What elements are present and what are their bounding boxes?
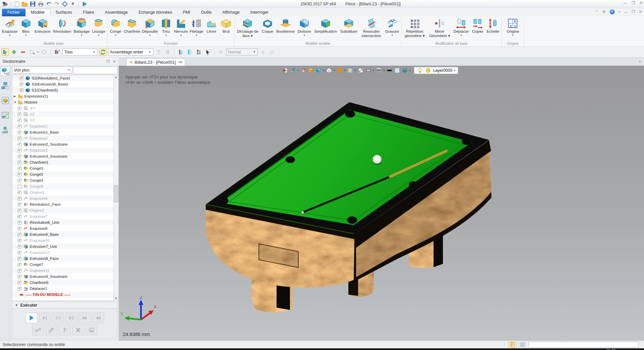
tree-item-feature[interactable]: ✓Esquisse2 xyxy=(12,135,117,141)
tree-item-feature[interactable]: ✓Origine1 xyxy=(12,189,117,195)
checkbox-checked[interactable]: ✓ xyxy=(20,76,23,80)
ribbon-button-origine[interactable]: 312Origine▾ xyxy=(505,17,520,37)
tab-list-chevron-icon[interactable]: ▾ xyxy=(639,60,641,63)
checkbox-checked[interactable]: ✓ xyxy=(20,82,23,86)
tree-item-feature[interactable]: ✓Révolution6_Unir xyxy=(12,219,117,225)
ribbon-button-filetage[interactable]: Filetage▾ xyxy=(189,17,204,37)
play-button[interactable] xyxy=(25,313,37,323)
checkbox-checked[interactable]: ✓ xyxy=(18,161,21,164)
shaded-cube-icon[interactable] xyxy=(315,67,322,74)
tree-item-feature[interactable]: ✓Esquisse3 xyxy=(12,147,117,153)
tree-item-shape[interactable]: ✓S3(Extrusion6_Base) xyxy=(12,81,117,87)
menu-surfaces[interactable]: Surfaces xyxy=(50,9,77,16)
frame-view-icon[interactable] xyxy=(347,67,353,74)
dropdown-caret-icon[interactable]: ▾ xyxy=(410,69,411,72)
manager-close-icon[interactable]: ✕ xyxy=(113,59,116,64)
dropdown-caret-icon[interactable]: ▾ xyxy=(323,69,325,72)
ribbon-button-gravure[interactable]: Gravure▾ xyxy=(384,17,400,37)
edit-pencil-button[interactable] xyxy=(45,325,57,335)
open-file-icon[interactable] xyxy=(22,1,28,7)
image-box-button[interactable] xyxy=(86,325,98,335)
dropdown-caret-icon[interactable]: ▾ xyxy=(81,34,82,36)
checkbox-checked[interactable]: ✓ xyxy=(18,179,21,182)
dropdown-caret-icon[interactable]: ▾ xyxy=(149,34,151,36)
dropdown-caret-icon[interactable]: ▾ xyxy=(355,69,356,72)
tree-end-marker[interactable]: ⬅----- FIN DU MODELE ----- xyxy=(12,292,117,298)
checkbox-checked[interactable]: ✓ xyxy=(18,197,21,200)
dropdown-caret-icon[interactable]: ▾ xyxy=(373,69,374,72)
pick-lasso-icon[interactable] xyxy=(40,48,48,56)
document-tab[interactable]: + Billard.Z3 - [Pièce001] ✕ xyxy=(126,58,185,66)
checkbox-unchecked[interactable] xyxy=(18,185,21,188)
redo-icon[interactable] xyxy=(54,1,60,7)
add-plus-icon[interactable] xyxy=(10,48,18,56)
ribbon-button-miroir-géométrie[interactable]: Miroir Géométrie ▾ xyxy=(427,17,452,39)
dropdown-caret-icon[interactable]: ▾ xyxy=(165,34,167,36)
ribbon-button-echelle[interactable]: Echelle xyxy=(485,17,501,34)
tree-item-feature[interactable]: ✓XZ xyxy=(12,111,117,117)
dropdown-caret-icon[interactable]: ▾ xyxy=(9,34,10,36)
nodes-button[interactable] xyxy=(32,325,44,335)
close-button[interactable]: ✕ xyxy=(640,1,643,5)
ribbon-button-congé[interactable]: Congé▾ xyxy=(108,17,123,37)
tree-item-feature[interactable]: ✓Esquisse10 xyxy=(12,237,117,243)
tree-item-feature[interactable]: ✓Congé1 xyxy=(12,165,117,171)
tree-filter-dropdown[interactable]: Voir plus ▼ xyxy=(12,66,72,73)
checkbox-checked[interactable]: ✓ xyxy=(18,233,21,236)
iso-cube-icon[interactable] xyxy=(308,67,314,74)
more-dropdown-icon[interactable] xyxy=(70,1,76,7)
settings-gear-icon[interactable]: ⚙ xyxy=(602,10,606,14)
stack-blue-icon[interactable] xyxy=(177,48,184,56)
play-to-end-button[interactable] xyxy=(39,313,51,323)
checkbox-checked[interactable]: ✓ xyxy=(18,287,21,291)
wire-cube-icon[interactable] xyxy=(326,67,332,74)
role-manager-icon[interactable] xyxy=(1,125,10,135)
manager-float-icon[interactable]: ❐ xyxy=(106,59,110,64)
tree-item-feature[interactable]: ✓YZ xyxy=(12,117,117,123)
stack-cyan-icon[interactable] xyxy=(186,48,193,56)
expand-arrow-icon[interactable]: ▼ xyxy=(14,101,17,104)
tree-item-shape[interactable]: ✓S2(Révolution1_Face) xyxy=(12,75,117,81)
checkbox-checked[interactable]: ✓ xyxy=(18,239,21,242)
tree-item-shape[interactable]: ✓S1(Chanfrein5) xyxy=(12,87,117,93)
doc-restore-button[interactable]: ❐ xyxy=(632,10,635,14)
minimize-button[interactable]: — xyxy=(623,1,627,5)
rewind-button[interactable] xyxy=(92,313,104,323)
section-ruler-icon[interactable] xyxy=(365,67,372,74)
play-icon[interactable] xyxy=(82,1,88,7)
menu-pmi[interactable]: PMI xyxy=(177,9,195,16)
tree-item-feature[interactable]: ✓XY xyxy=(12,105,117,111)
regen-target-dropdown[interactable]: Assemblage entier▼ xyxy=(108,48,153,55)
window-resize-icon[interactable] xyxy=(357,67,364,74)
collapse-arrow-icon[interactable]: ▶ xyxy=(14,95,17,98)
ribbon-button-balayage[interactable]: Balayage▾ xyxy=(72,17,91,37)
ribbon-button-simplification[interactable]: Simplification xyxy=(313,17,339,34)
menu-fichier[interactable]: Fichier xyxy=(2,9,25,16)
stack-red-icon[interactable] xyxy=(195,48,202,56)
dropdown-caret-icon[interactable]: ▾ xyxy=(391,34,393,36)
tree-item-feature[interactable]: ✓Congé2 xyxy=(12,171,117,177)
ribbon-button-copier[interactable]: Copier xyxy=(470,17,485,34)
menu-mod-le[interactable]: Modèle xyxy=(25,8,50,16)
play-paren-button[interactable] xyxy=(52,313,64,323)
constrain-b-icon[interactable] xyxy=(164,48,171,56)
checkbox-checked[interactable]: ✓ xyxy=(18,263,21,267)
tree-item-feature[interactable]: ✓Esquisse1 xyxy=(12,123,117,129)
checkbox-checked[interactable]: ✓ xyxy=(18,113,21,116)
doc-minimize-button[interactable]: — xyxy=(624,10,628,14)
checkbox-checked[interactable]: ✓ xyxy=(18,119,21,122)
dropdown-caret-icon[interactable]: ▾ xyxy=(37,51,39,53)
checkbox-checked[interactable]: ✓ xyxy=(18,107,21,110)
filter-icon[interactable] xyxy=(53,48,61,56)
checkbox-checked[interactable]: ✓ xyxy=(18,131,21,134)
menu-assemblage[interactable]: Assemblage xyxy=(100,9,133,16)
tree-item-feature[interactable]: ✓Congé3 xyxy=(12,177,117,183)
play-stop-button[interactable] xyxy=(65,313,77,323)
render-sphere-icon[interactable] xyxy=(375,67,382,74)
zw3d-logo-icon[interactable] xyxy=(2,1,8,7)
ribbon-button-coque[interactable]: Coque xyxy=(260,17,275,34)
dropdown-caret-icon[interactable]: ▾ xyxy=(25,34,27,36)
ribbon-button-lèvre[interactable]: Lèvre xyxy=(204,17,219,34)
dropdown-caret-icon[interactable]: ▾ xyxy=(344,69,346,72)
exit-view-icon[interactable] xyxy=(282,67,288,74)
